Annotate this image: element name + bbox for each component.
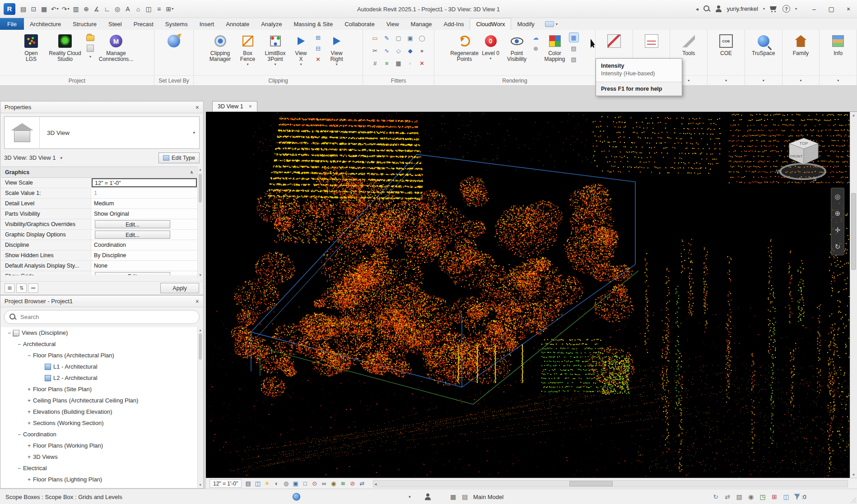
qat-caret[interactable]: ▾ — [172, 7, 173, 11]
qat-icon[interactable]: ▦ — [39, 3, 49, 15]
tree-expander[interactable]: + — [25, 386, 33, 393]
active-design-option[interactable]: Main Model — [473, 493, 503, 500]
property-value[interactable]: 1 — [91, 188, 197, 198]
scroll-left-icon[interactable]: ◂ — [374, 481, 377, 487]
tree-item[interactable]: L2 - Architectural — [1, 372, 197, 384]
user-name[interactable]: yuriy.frenkel — [727, 5, 758, 12]
properties-footer-icon[interactable]: ⇅ — [16, 283, 27, 293]
view-control-icon[interactable]: ◫ — [253, 479, 262, 488]
tree-expander[interactable]: − — [15, 431, 23, 438]
fitter-tool-icon[interactable]: ≡ — [382, 59, 391, 68]
properties-scrollbar[interactable]: ▴ ▾ — [197, 166, 203, 278]
help-icon[interactable]: ? — [782, 5, 790, 13]
ribbon-tab[interactable]: Massing & Site — [288, 18, 339, 30]
worksharing-icon[interactable] — [293, 493, 300, 500]
tree-item[interactable]: − Electrical — [1, 462, 197, 474]
manage-connections-button[interactable]: M ManageConnections... — [96, 32, 136, 62]
import-settings-button[interactable] — [86, 44, 95, 53]
color-source-icon[interactable]: ▦ — [569, 33, 578, 42]
browser-search-input[interactable] — [20, 314, 194, 320]
view-control-icon[interactable]: ▣ — [291, 479, 300, 488]
scroll-up-icon[interactable]: ▴ — [198, 328, 203, 332]
properties-footer-icon[interactable]: ⊞ — [5, 283, 15, 293]
ribbon-tab[interactable]: Collaborate — [339, 18, 381, 30]
view-control-icon[interactable]: ◉ — [329, 479, 338, 488]
level-0-caret[interactable]: ▾ — [489, 56, 491, 60]
tree-item[interactable]: + Floor Plans (Working Plan) — [1, 440, 197, 451]
ribbon-right-panel[interactable]: COE COE ▾ — [708, 30, 745, 85]
ribbon-tab[interactable]: Annotate — [220, 18, 255, 30]
navigation-icon[interactable]: ⊕ — [833, 208, 843, 218]
ribbon-tab[interactable]: Analyze — [255, 18, 288, 30]
apply-button[interactable]: Apply — [160, 283, 199, 293]
fitter-tool-icon[interactable]: ✂ — [371, 46, 380, 55]
tree-expander[interactable]: + — [25, 443, 33, 449]
qat-icon[interactable]: ◫ — [144, 3, 154, 15]
ribbon-tab[interactable]: Manage — [405, 18, 438, 30]
panel-caret[interactable]: ▾ — [763, 79, 764, 83]
fitter-tool-icon[interactable]: ◇ — [394, 46, 403, 55]
viewcube-top-face[interactable]: TOP — [800, 141, 808, 146]
property-value[interactable]: Edit... — [91, 230, 197, 240]
view-control-icon[interactable]: ⇄ — [357, 479, 367, 488]
tree-expander[interactable]: + — [25, 476, 33, 483]
viewcube-south-label[interactable]: S — [813, 176, 817, 182]
fitter-tool-icon[interactable]: # — [371, 59, 380, 68]
view-control-icon[interactable]: ≋ — [338, 479, 348, 488]
instance-caret[interactable]: ▾ — [60, 156, 62, 160]
browser-scrollbar[interactable]: ▴ ▾ — [197, 327, 203, 488]
qat-icon[interactable]: ⊞ ▾ — [165, 3, 175, 15]
tree-expander[interactable]: − — [5, 330, 13, 336]
tree-item[interactable]: + Floor Plans (Site Plan) — [1, 384, 197, 395]
view-control-icon[interactable]: ∞ — [319, 479, 329, 488]
qat-icon[interactable]: ≡ — [154, 3, 164, 15]
qat-icon[interactable]: ⌂ — [134, 3, 144, 15]
qat-icon[interactable]: ↶ ▾ — [50, 3, 60, 15]
tree-item[interactable]: + Sections (Working Section) — [1, 417, 197, 429]
property-value[interactable]: 12" = 1'-0" — [91, 178, 197, 188]
ribbon-tab[interactable]: View — [381, 18, 405, 30]
box-fence-caret[interactable]: ▾ — [247, 62, 248, 66]
horizontal-scrollbar[interactable]: ◂ — [373, 480, 848, 487]
ribbon-tab[interactable]: Precast — [128, 18, 159, 30]
tree-expander[interactable]: + — [25, 454, 33, 460]
rendering-tool-icon[interactable]: ⊛ — [531, 44, 540, 53]
property-value[interactable]: By Discipline — [91, 250, 197, 260]
properties-footer-icon[interactable]: ≔ — [28, 283, 38, 293]
property-value[interactable]: Show Original — [91, 209, 197, 219]
level-0-button[interactable]: 0 Level 0 ▾ — [479, 32, 503, 60]
status-toggle-icon[interactable]: ⇄ — [723, 493, 731, 501]
worksets-icon[interactable]: ▦ — [450, 493, 456, 500]
scroll-thumb[interactable] — [199, 174, 202, 203]
ribbon-display-toggle[interactable]: ▾ — [540, 18, 562, 30]
cart-icon[interactable] — [770, 5, 778, 12]
scroll-up-icon[interactable]: ▴ — [198, 167, 203, 171]
ribbon-display-caret[interactable]: ▾ — [556, 22, 558, 26]
ribbon-tab[interactable]: Modify — [511, 18, 540, 30]
fitter-tool-icon[interactable]: ✎ — [382, 33, 391, 42]
qat-caret[interactable]: ▾ — [57, 7, 59, 11]
type-selector-caret[interactable]: ▾ — [193, 130, 195, 135]
color-mapping-button[interactable]: ColorMapping — [542, 32, 568, 62]
close-button[interactable]: × — [840, 0, 857, 18]
tree-item[interactable]: − Coordination — [1, 429, 197, 440]
maximize-button[interactable]: ▢ — [823, 0, 840, 18]
status-caret[interactable]: ▾ — [409, 495, 411, 499]
box-fence-button[interactable]: BoxFence ▾ — [235, 32, 261, 66]
view-x-caret[interactable]: ▾ — [300, 62, 302, 66]
view-control-icon[interactable]: ⊘ — [348, 479, 357, 488]
tree-expander[interactable]: + — [25, 420, 33, 426]
view-control-icon[interactable]: □ — [300, 479, 310, 488]
tree-item[interactable]: − Views (Discipline) — [1, 327, 197, 338]
clipping-tool-icon[interactable]: ✕ — [314, 55, 323, 64]
user-menu-caret[interactable]: ▾ — [763, 7, 765, 11]
ribbon-tab[interactable]: Systems — [159, 18, 194, 30]
limitbox-caret[interactable]: ▾ — [274, 62, 276, 66]
design-options-icon[interactable]: ▤ — [462, 493, 468, 500]
open-project-folder-button[interactable] — [86, 33, 95, 42]
section-collapse-icon[interactable]: ∧ — [190, 170, 193, 175]
qat-icon[interactable]: ⊕ — [82, 3, 92, 15]
qat-caret[interactable]: ▾ — [67, 7, 69, 11]
scroll-thumb[interactable] — [199, 333, 202, 360]
panel-caret[interactable]: ▾ — [725, 79, 727, 83]
